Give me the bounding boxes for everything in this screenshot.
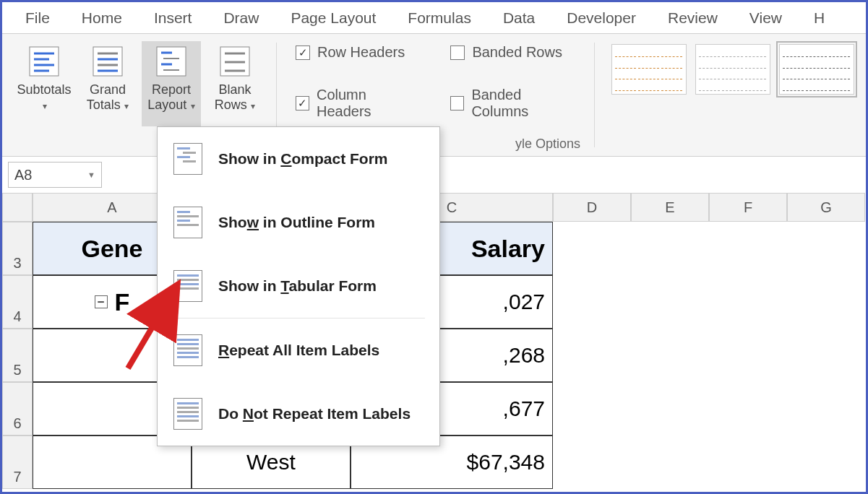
- checkbox-checked-icon: ✓: [296, 96, 309, 110]
- cell-G4[interactable]: [787, 275, 865, 329]
- cell-E7[interactable]: [631, 436, 709, 489]
- chevron-down-icon: ▾: [43, 101, 47, 111]
- row-header-4[interactable]: 4: [2, 275, 33, 329]
- tabular-form-icon: [173, 270, 202, 302]
- report-layout-icon: [155, 45, 188, 78]
- subtotals-button[interactable]: Subtotals▾: [14, 41, 74, 126]
- grand-totals-icon: [91, 45, 124, 78]
- row-header-3[interactable]: 3: [2, 222, 33, 275]
- cell-F6[interactable]: [709, 382, 787, 436]
- col-header-D[interactable]: D: [553, 193, 631, 222]
- chevron-down-icon: ▾: [249, 101, 255, 111]
- cell-G5[interactable]: [787, 329, 865, 382]
- svg-rect-10: [157, 47, 186, 76]
- column-headers-label: Column Headers: [317, 87, 418, 120]
- ribbon-tabs: File Home Insert Draw Page Layout Formul…: [2, 2, 866, 34]
- name-box-value: A8: [14, 167, 32, 183]
- banded-rows-label: Banded Rows: [472, 44, 562, 61]
- show-tabular-form-item[interactable]: Show in Tabular Form: [158, 254, 439, 318]
- tab-insert[interactable]: Insert: [138, 4, 208, 32]
- report-layout-label: Report Layout: [147, 82, 191, 112]
- cell-D5[interactable]: [553, 329, 631, 382]
- chevron-down-icon: ▾: [188, 101, 194, 111]
- tab-developer[interactable]: Developer: [551, 4, 652, 32]
- checkbox-unchecked-icon: [450, 96, 464, 110]
- ribbon-group-styles: [595, 34, 866, 156]
- chevron-down-icon: ▼: [87, 170, 95, 179]
- tab-page-layout[interactable]: Page Layout: [275, 4, 392, 32]
- banded-columns-label: Banded Columns: [471, 87, 576, 120]
- do-not-repeat-item-labels-item[interactable]: Do Not Repeat Item Labels: [158, 382, 439, 446]
- cell-G7[interactable]: [787, 436, 865, 489]
- cell-D4[interactable]: [553, 275, 631, 329]
- cell-D7[interactable]: [553, 436, 631, 489]
- tab-home[interactable]: Home: [66, 4, 138, 32]
- tab-review[interactable]: Review: [652, 4, 734, 32]
- grand-totals-button[interactable]: Grand Totals ▾: [78, 41, 137, 126]
- tab-formulas[interactable]: Formulas: [392, 4, 487, 32]
- col-header-E[interactable]: E: [631, 193, 709, 222]
- row-header-7[interactable]: 7: [2, 436, 33, 489]
- pivot-style-1[interactable]: [611, 44, 687, 95]
- report-layout-dropdown: Show in Compact Form Show in Outline For…: [157, 126, 440, 446]
- row-header-5[interactable]: 5: [2, 329, 33, 382]
- cell-E6[interactable]: [631, 382, 709, 436]
- checkbox-unchecked-icon: [450, 46, 465, 60]
- cell-E3[interactable]: [631, 222, 709, 275]
- cell-F3[interactable]: [709, 222, 787, 275]
- cell-E4[interactable]: [631, 275, 709, 329]
- grand-totals-label: Grand Totals: [87, 82, 126, 112]
- collapse-icon[interactable]: −: [95, 295, 108, 308]
- name-box[interactable]: A8 ▼: [8, 162, 102, 188]
- show-compact-form-item[interactable]: Show in Compact Form: [158, 127, 439, 191]
- tab-file[interactable]: File: [9, 4, 66, 32]
- cell-G3[interactable]: [787, 222, 865, 275]
- repeat-item-labels-item[interactable]: Repeat All Item Labels: [158, 318, 439, 382]
- repeat-labels-icon: [173, 334, 202, 366]
- cell-D6[interactable]: [553, 382, 631, 436]
- show-outline-form-item[interactable]: Show in Outline Form: [158, 191, 439, 254]
- banded-rows-checkbox[interactable]: Banded Rows: [450, 44, 576, 61]
- report-layout-button[interactable]: Report Layout ▾: [142, 41, 201, 126]
- blank-rows-button[interactable]: Blank Rows ▾: [205, 41, 265, 126]
- chevron-down-icon: ▾: [122, 101, 129, 111]
- cell-F4[interactable]: [709, 275, 787, 329]
- pivot-style-2[interactable]: [695, 44, 770, 95]
- cell-E5[interactable]: [631, 329, 709, 382]
- no-repeat-labels-icon: [173, 398, 202, 430]
- blank-rows-label: Blank Rows: [215, 82, 252, 112]
- tab-h[interactable]: H: [798, 4, 841, 32]
- select-all-corner[interactable]: [2, 193, 33, 222]
- subtotals-icon: [27, 45, 61, 78]
- subtotals-label: Subtotals: [17, 82, 71, 97]
- compact-form-icon: [173, 143, 202, 175]
- cell-F7[interactable]: [709, 436, 787, 489]
- cell-F5[interactable]: [709, 329, 787, 382]
- banded-columns-checkbox[interactable]: Banded Columns: [450, 87, 576, 120]
- col-header-F[interactable]: F: [709, 193, 787, 222]
- row-headers-checkbox[interactable]: ✓ Row Headers: [296, 44, 418, 61]
- outline-form-icon: [173, 207, 202, 238]
- tab-draw[interactable]: Draw: [207, 4, 275, 32]
- cell-G6[interactable]: [787, 382, 865, 436]
- tab-view[interactable]: View: [734, 4, 798, 32]
- column-headers-checkbox[interactable]: ✓ Column Headers: [296, 87, 418, 120]
- blank-rows-icon: [218, 45, 252, 78]
- cell-D3[interactable]: [553, 222, 631, 275]
- col-header-G[interactable]: G: [787, 193, 865, 222]
- row-header-6[interactable]: 6: [2, 382, 33, 436]
- checkbox-checked-icon: ✓: [296, 46, 310, 60]
- row-headers-label: Row Headers: [317, 44, 405, 61]
- tab-data[interactable]: Data: [487, 4, 551, 32]
- pivot-style-3[interactable]: [779, 44, 854, 95]
